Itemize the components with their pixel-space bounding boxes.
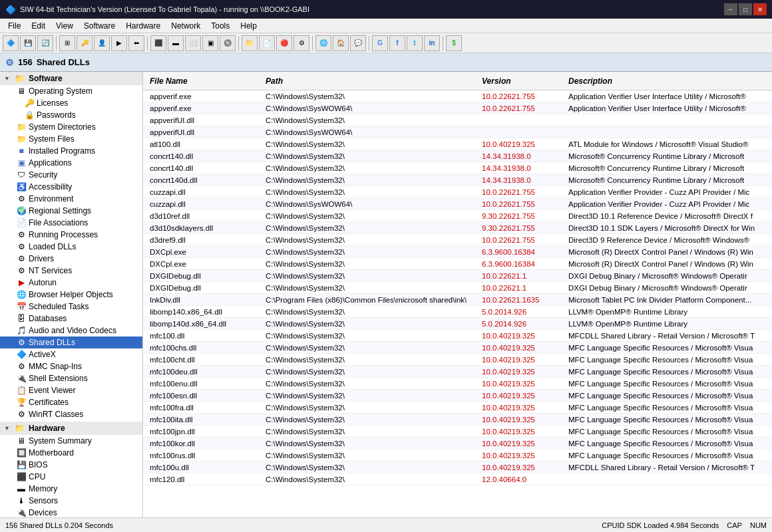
sidebar-item-nt-services[interactable]: ⚙ NT Services — [0, 265, 142, 277]
table-row[interactable]: mfc100kor.dll C:\Windows\System32\ 10.0.… — [143, 438, 772, 450]
table-row[interactable]: mfc100rus.dll C:\Windows\System32\ 10.0.… — [143, 450, 772, 462]
table-row[interactable]: appverif.exe C:\Windows\System32\ 10.0.2… — [143, 90, 772, 102]
table-row[interactable]: DXCpl.exe C:\Windows\System32\ 6.3.9600.… — [143, 258, 772, 270]
col-header-filename[interactable]: File Name — [143, 76, 263, 86]
toolbar-btn-folder[interactable]: 📁 — [242, 35, 258, 51]
close-button[interactable]: ✕ — [753, 3, 767, 15]
sidebar-item-running-processes[interactable]: ⚙ Running Processes — [0, 229, 142, 241]
sidebar-item-installed-programs[interactable]: ■ Installed Programs — [0, 145, 142, 157]
toolbar-btn-back[interactable]: ⬅ — [128, 35, 144, 51]
toolbar-btn-red[interactable]: 🔴 — [276, 35, 292, 51]
table-row[interactable]: cuzzapi.dll C:\Windows\System32\ 10.0.22… — [143, 186, 772, 198]
sidebar-item-applications[interactable]: ▣ Applications — [0, 157, 142, 169]
menu-edit[interactable]: Edit — [26, 20, 51, 32]
sidebar-item-accessibility[interactable]: ♿ Accessibility — [0, 181, 142, 193]
title-bar-controls[interactable]: − □ ✕ — [724, 3, 767, 15]
table-row[interactable]: DXGIDebug.dll C:\Windows\System32\ 10.0.… — [143, 282, 772, 294]
toolbar-btn-f[interactable]: f — [389, 35, 405, 51]
sidebar-item-file-associations[interactable]: 📄 File Associations — [0, 217, 142, 229]
menu-help[interactable]: Help — [235, 20, 262, 32]
table-row[interactable]: appverifUI.dll C:\Windows\SysWOW64\ — [143, 126, 772, 138]
sidebar-item-event-viewer[interactable]: 📋 Event Viewer — [0, 384, 142, 396]
sidebar-item-mmc-snapins[interactable]: ⚙ MMC Snap-Ins — [0, 360, 142, 372]
table-row[interactable]: mfc100enu.dll C:\Windows\System32\ 10.0.… — [143, 378, 772, 390]
sidebar-item-environment[interactable]: ⚙ Environment — [0, 193, 142, 205]
toolbar-btn-net3[interactable]: 💬 — [350, 35, 366, 51]
sidebar-item-passwords[interactable]: 🔒 Passwords — [0, 109, 142, 121]
menu-software[interactable]: Software — [79, 20, 120, 32]
table-row[interactable]: concrt140.dll C:\Windows\System32\ 14.34… — [143, 162, 772, 174]
sidebar-item-certificates[interactable]: 🏆 Certificates — [0, 396, 142, 408]
table-row[interactable]: cuzzapi.dll C:\Windows\SysWOW64\ 10.0.22… — [143, 198, 772, 210]
sidebar-item-autorun[interactable]: ▶ Autorun — [0, 277, 142, 289]
sidebar-item-system-directories[interactable]: 📁 System Directories — [0, 121, 142, 133]
table-row[interactable]: d3dref9.dll C:\Windows\System32\ 10.0.22… — [143, 234, 772, 246]
table-row[interactable]: mfc100.dll C:\Windows\System32\ 10.0.402… — [143, 330, 772, 342]
table-row[interactable]: d3d10sdklayers.dll C:\Windows\System32\ … — [143, 222, 772, 234]
toolbar-btn-user[interactable]: 👤 — [94, 35, 110, 51]
col-header-path[interactable]: Path — [263, 76, 479, 86]
toolbar-btn-grid[interactable]: ⊞ — [59, 35, 75, 51]
menu-view[interactable]: View — [51, 20, 79, 32]
col-header-version[interactable]: Version — [479, 76, 566, 86]
toolbar-btn-net2[interactable]: 🏠 — [333, 35, 349, 51]
table-row[interactable]: atl100.dll C:\Windows\System32\ 10.0.402… — [143, 138, 772, 150]
toolbar-btn-in[interactable]: in — [424, 35, 440, 51]
sidebar-item-audio-video-codecs[interactable]: 🎵 Audio and Video Codecs — [0, 325, 142, 336]
sidebar-item-shell-extensions[interactable]: 🔌 Shell Extensions — [0, 372, 142, 384]
table-row[interactable]: concrt140d.dll C:\Windows\System32\ 14.3… — [143, 174, 772, 186]
sidebar-item-devices[interactable]: 🔌 Devices — [0, 507, 142, 517]
table-row[interactable]: libomp140d.x86_64.dll C:\Windows\System3… — [143, 318, 772, 330]
sidebar-item-shared-dlls[interactable]: ⚙ Shared DLLs — [0, 336, 142, 348]
sidebar-item-databases[interactable]: 🗄 Databases — [0, 313, 142, 325]
table-row[interactable]: mfc120.dll C:\Windows\System32\ 12.0.406… — [143, 473, 772, 485]
toolbar-btn-dollar[interactable]: $ — [446, 35, 462, 51]
maximize-button[interactable]: □ — [739, 3, 752, 15]
sidebar-item-operating-system[interactable]: 🖥 Operating System — [0, 85, 142, 97]
sidebar-item-bios[interactable]: 💾 BIOS — [0, 459, 142, 471]
toolbar-btn-5[interactable]: ⬛ — [150, 35, 166, 51]
toolbar-btn-key[interactable]: 🔑 — [77, 35, 93, 51]
table-row[interactable]: DXGIDebug.dll C:\Windows\System32\ 10.0.… — [143, 270, 772, 282]
toolbar-btn-7[interactable]: ⬜ — [185, 35, 201, 51]
col-header-description[interactable]: Description — [566, 76, 772, 86]
table-row[interactable]: mfc100fra.dll C:\Windows\System32\ 10.0.… — [143, 402, 772, 414]
sidebar-item-browser-helper[interactable]: 🌐 Browser Helper Objects — [0, 289, 142, 301]
toolbar-btn-g[interactable]: G — [372, 35, 388, 51]
table-row[interactable]: mfc100cht.dll C:\Windows\System32\ 10.0.… — [143, 354, 772, 366]
sidebar-item-licenses[interactable]: 🔑 Licenses — [0, 97, 142, 109]
sidebar-item-system-summary[interactable]: 🖥 System Summary — [0, 435, 142, 447]
toolbar-btn-t[interactable]: t — [407, 35, 423, 51]
sidebar-item-cpu[interactable]: ⬛ CPU — [0, 471, 142, 483]
menu-network[interactable]: Network — [166, 20, 206, 32]
menu-file[interactable]: File — [3, 20, 26, 32]
table-row[interactable]: appverif.exe C:\Windows\SysWOW64\ 10.0.2… — [143, 102, 772, 114]
table-row[interactable]: DXCpl.exe C:\Windows\System32\ 6.3.9600.… — [143, 246, 772, 258]
table-row[interactable]: mfc100jpn.dll C:\Windows\System32\ 10.0.… — [143, 426, 772, 438]
table-row[interactable]: mfc100u.dll C:\Windows\System32\ 10.0.40… — [143, 462, 772, 473]
table-row[interactable]: mfc100esn.dll C:\Windows\System32\ 10.0.… — [143, 390, 772, 402]
table-row[interactable]: appverifUI.dll C:\Windows\System32\ — [143, 114, 772, 126]
toolbar-btn-refresh[interactable]: 🔄 — [37, 35, 53, 51]
table-row[interactable]: InkDiv.dll C:\Program Files (x86)\Common… — [143, 294, 772, 306]
table-row[interactable]: mfc100deu.dll C:\Windows\System32\ 10.0.… — [143, 366, 772, 378]
table-row[interactable]: mfc100chs.dll C:\Windows\System32\ 10.0.… — [143, 342, 772, 354]
sidebar-item-regional-settings[interactable]: 🌍 Regional Settings — [0, 205, 142, 217]
sidebar-item-security[interactable]: 🛡 Security — [0, 169, 142, 181]
table-row[interactable]: concrt140.dll C:\Windows\System32\ 14.34… — [143, 150, 772, 162]
sidebar-section-hardware[interactable]: ▼ 📁 Hardware — [0, 422, 142, 435]
toolbar-btn-2[interactable]: 💾 — [20, 35, 36, 51]
toolbar-btn-arrow[interactable]: ▶ — [111, 35, 127, 51]
sidebar-item-drivers[interactable]: ⚙ Drivers — [0, 253, 142, 265]
toolbar-btn-net1[interactable]: 🌐 — [315, 35, 331, 51]
sidebar-item-activex[interactable]: 🔷 ActiveX — [0, 348, 142, 360]
table-row[interactable]: libomp140.x86_64.dll C:\Windows\System32… — [143, 306, 772, 318]
sidebar-item-memory[interactable]: ▬ Memory — [0, 483, 142, 495]
toolbar-btn-6[interactable]: ▬ — [168, 35, 184, 51]
table-row[interactable]: d3d10ref.dll C:\Windows\System32\ 9.30.2… — [143, 210, 772, 222]
sidebar-item-winrt-classes[interactable]: ⚙ WinRT Classes — [0, 408, 142, 420]
toolbar-btn-1[interactable]: 🔷 — [3, 35, 19, 51]
menu-tools[interactable]: Tools — [206, 20, 235, 32]
menu-hardware[interactable]: Hardware — [120, 20, 166, 32]
sidebar-item-system-files[interactable]: 📁 System Files — [0, 133, 142, 145]
